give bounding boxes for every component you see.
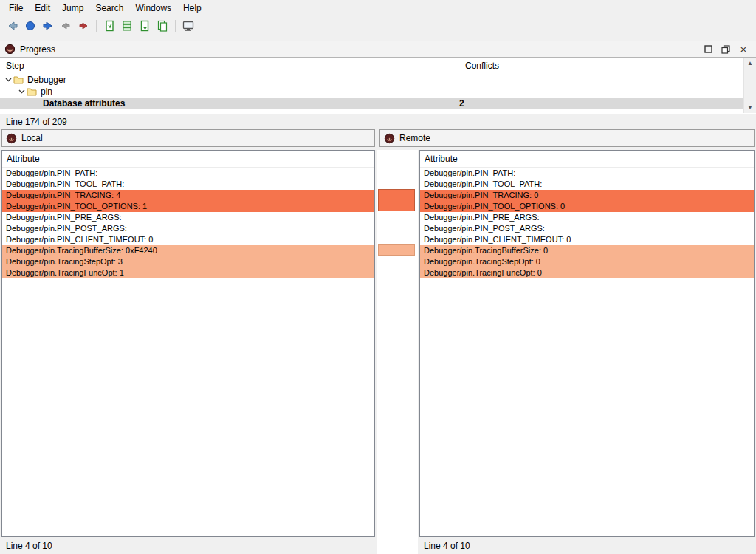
tree-row-label: Debugger	[27, 75, 66, 85]
folder-icon	[13, 75, 24, 84]
local-attribute-list: Attribute Debugger/pin.PIN_PATH:Debugger…	[1, 150, 375, 537]
local-panel-titlebar[interactable]: Local	[1, 129, 375, 147]
local-list-column-header[interactable]: Attribute	[2, 151, 374, 168]
scrollbar-up-arrow[interactable]: ▲	[744, 58, 756, 69]
column-divider[interactable]	[456, 59, 456, 72]
column-header-step[interactable]: Step	[6, 61, 24, 71]
folder-icon	[27, 87, 37, 96]
maximize-button[interactable]	[703, 44, 713, 55]
tree-row[interactable]: Database attributes2	[0, 98, 743, 109]
green-page-down-icon[interactable]	[137, 18, 153, 33]
ida-icon	[4, 44, 16, 55]
attribute-row[interactable]: Debugger/pin.TracingFuncOpt: 1	[2, 267, 374, 278]
float-window-button[interactable]	[721, 44, 731, 55]
tree-header: Step Conflicts	[0, 58, 743, 74]
chevron-down-icon[interactable]	[3, 78, 13, 82]
toolbar-separator	[175, 20, 176, 32]
attribute-row[interactable]: Debugger/pin.TracingBufferSize: 0	[420, 245, 754, 256]
attribute-row[interactable]: Debugger/pin.PIN_POST_ARGS:	[2, 223, 374, 234]
attribute-row[interactable]: Debugger/pin.PIN_PATH:	[420, 168, 754, 179]
remote-list-column-header[interactable]: Attribute	[420, 151, 754, 168]
attribute-row[interactable]: Debugger/pin.PIN_CLIENT_TIMEOUT: 0	[2, 234, 374, 245]
attribute-row[interactable]: Debugger/pin.TracingBufferSize: 0xF4240	[2, 245, 374, 256]
attribute-row[interactable]: Debugger/pin.PIN_TOOL_OPTIONS: 1	[2, 201, 374, 212]
attribute-row[interactable]: Debugger/pin.PIN_TOOL_PATH:	[420, 179, 754, 190]
tree-scrollbar[interactable]: ▲ ▼	[743, 58, 756, 113]
menu-item-edit[interactable]: Edit	[29, 1, 56, 16]
ida-icon	[384, 133, 395, 144]
diff-gutter	[377, 150, 418, 554]
stop-circle-icon[interactable]	[22, 18, 38, 33]
close-button[interactable]: ×	[738, 44, 749, 55]
tree-row[interactable]: pin	[0, 86, 743, 98]
remote-panel-titlebar[interactable]: Remote	[379, 129, 755, 147]
application-window: { "menu": { "items": ["File", "Edit", "J…	[0, 0, 756, 554]
tree-row-label: Database attributes	[43, 98, 125, 109]
attribute-row[interactable]: Debugger/pin.TracingStepOpt: 0	[420, 256, 754, 267]
chevron-down-icon[interactable]	[16, 89, 27, 94]
attribute-row[interactable]: Debugger/pin.PIN_PATH:	[2, 168, 374, 179]
menu-item-help[interactable]: Help	[177, 1, 207, 16]
remote-attribute-list: Attribute Debugger/pin.PIN_PATH:Debugger…	[419, 150, 755, 537]
local-status-line: Line 4 of 10	[1, 537, 52, 554]
attribute-row[interactable]: Debugger/pin.PIN_PRE_ARGS:	[420, 212, 754, 223]
tree-row[interactable]: Debugger	[0, 74, 743, 86]
green-pages-icon[interactable]	[154, 18, 171, 33]
diff-block-light[interactable]	[378, 244, 415, 256]
column-header-conflicts[interactable]: Conflicts	[465, 61, 499, 71]
diff-block-strong[interactable]	[378, 189, 415, 211]
menu-item-file[interactable]: File	[3, 1, 29, 16]
conflict-tree-panel: Step Conflicts DebuggerpinDatabase attri…	[0, 58, 756, 114]
attribute-row[interactable]: Debugger/pin.PIN_TRACING: 0	[420, 190, 754, 201]
progress-window-titlebar[interactable]: Progress ×	[0, 41, 756, 58]
menu-item-jump[interactable]: Jump	[56, 1, 89, 16]
toolbar-separator	[96, 20, 97, 32]
scrollbar-down-arrow[interactable]: ▼	[744, 102, 756, 113]
tree-rows: DebuggerpinDatabase attributes2	[0, 74, 743, 109]
ida-icon	[6, 133, 17, 144]
green-page-icon[interactable]	[101, 18, 117, 33]
monitor-icon[interactable]	[180, 18, 196, 33]
remote-status-line: Line 4 of 10	[419, 537, 470, 554]
local-panel-title: Local	[21, 133, 43, 143]
attribute-row[interactable]: Debugger/pin.PIN_TRACING: 4	[2, 190, 374, 201]
progress-window-title: Progress	[20, 44, 55, 55]
attribute-row[interactable]: Debugger/pin.PIN_POST_ARGS:	[420, 223, 754, 234]
small-arrow-right-icon[interactable]	[75, 18, 92, 33]
arrow-left-icon[interactable]	[4, 18, 21, 33]
conflict-count: 2	[459, 98, 464, 109]
tree-row-label: pin	[41, 86, 52, 97]
attribute-row[interactable]: Debugger/pin.PIN_TOOL_PATH:	[2, 179, 374, 190]
menu-bar: FileEditJumpSearchWindowsHelp	[0, 0, 756, 16]
small-arrow-left-icon[interactable]	[58, 18, 74, 33]
attribute-row[interactable]: Debugger/pin.PIN_CLIENT_TIMEOUT: 0	[420, 234, 754, 245]
attribute-row[interactable]: Debugger/pin.TracingStepOpt: 3	[2, 256, 374, 267]
green-stack-icon[interactable]	[119, 18, 135, 33]
tree-status-line: Line 174 of 209	[0, 114, 756, 129]
arrow-right-icon[interactable]	[40, 18, 56, 33]
menu-item-windows[interactable]: Windows	[129, 1, 177, 16]
attribute-row[interactable]: Debugger/pin.TracingFuncOpt: 0	[420, 267, 754, 278]
remote-panel-title: Remote	[399, 133, 430, 143]
toolbar	[0, 16, 756, 35]
attribute-row[interactable]: Debugger/pin.PIN_TOOL_OPTIONS: 0	[420, 201, 754, 212]
attribute-row[interactable]: Debugger/pin.PIN_PRE_ARGS:	[2, 212, 374, 223]
menu-item-search[interactable]: Search	[89, 1, 129, 16]
